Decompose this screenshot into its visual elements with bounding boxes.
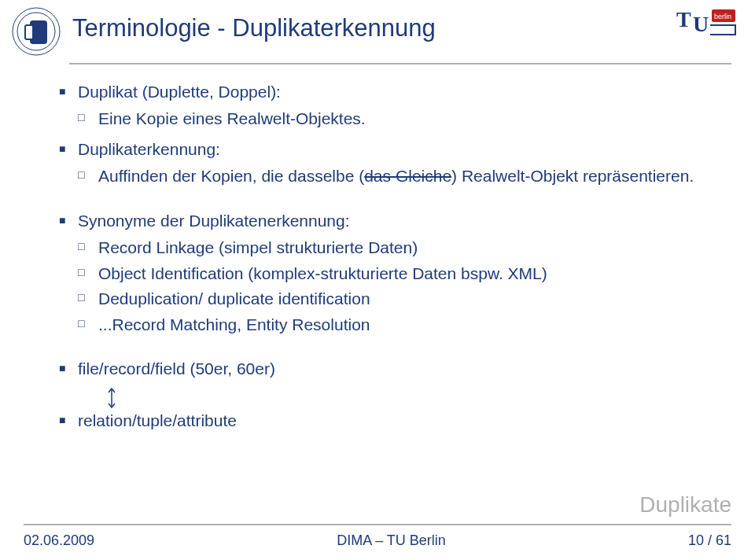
sub-bullet: Eine Kopie eines Realwelt-Objektes.: [78, 107, 724, 131]
footer-divider: [24, 524, 731, 525]
bullet-duplikaterkennung: Duplikaterkennung: Auffinden der Kopien,…: [59, 138, 724, 189]
sub-bullet: ...Record Matching, Entity Resolution: [78, 313, 724, 337]
sub-bullet: Auffinden der Kopien, die dasselbe (das …: [78, 164, 724, 188]
bullet-text: Duplikat (Duplette, Doppel):: [78, 83, 281, 101]
bullet-relation-tuple: relation/tuple/attribute: [59, 409, 724, 433]
bidirectional-arrow-icon: [106, 387, 117, 409]
page-title: Terminologie - Duplikaterkennung: [72, 14, 755, 42]
bullet-text: Synonyme der Duplikatenerkennung:: [78, 212, 350, 230]
footer-center: DIMA – TU Berlin: [337, 532, 446, 549]
footer-date: 02.06.2009: [24, 532, 94, 549]
bullet-duplikat: Duplikat (Duplette, Doppel): Eine Kopie …: [59, 80, 724, 131]
sub-bullet: Deduplication/ duplicate identification: [78, 287, 724, 311]
strikethrough-text: das Gleiche: [364, 167, 451, 185]
sub-bullet: Object Identification (komplex-strukturi…: [78, 262, 724, 286]
bullet-synonyme: Synonyme der Duplikatenerkennung: Record…: [59, 209, 724, 337]
bullet-file-record: file/record/field (50er, 60er): [59, 357, 724, 381]
slide-content: Duplikat (Duplette, Doppel): Eine Kopie …: [0, 64, 755, 433]
category-label: Duplikate: [639, 492, 731, 518]
sub-bullet: Record Linkage (simpel strukturierte Dat…: [78, 236, 724, 260]
footer-page: 10 / 61: [688, 532, 731, 549]
bullet-text: Duplikaterkennung:: [78, 140, 220, 158]
